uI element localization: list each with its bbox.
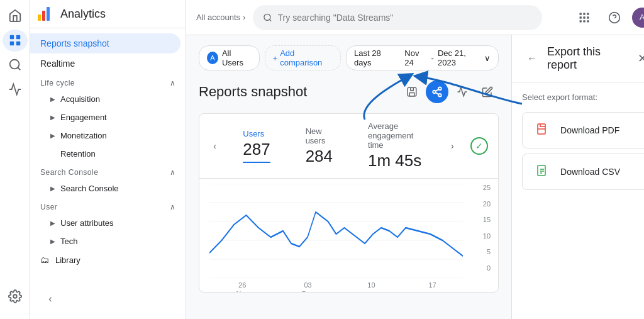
svg-rect-19 <box>409 93 414 96</box>
chevron-right-icon: › <box>243 13 245 22</box>
pdf-icon <box>533 120 553 140</box>
sidebar-item-realtime[interactable]: Realtime <box>30 53 180 74</box>
export-back-button[interactable]: ← <box>522 48 542 69</box>
x-axis-labels: 26Nov 03Dec 10 17 <box>209 278 463 293</box>
svg-point-20 <box>438 87 441 91</box>
metric-engagement[interactable]: Average engagement time 1m 45s <box>368 121 427 171</box>
svg-rect-1 <box>16 35 19 39</box>
sidebar-section-search-console[interactable]: Search Console ∧ <box>30 163 186 179</box>
sidebar-item-library[interactable]: 🗂 Library <box>30 250 186 269</box>
search-input[interactable] <box>278 13 533 23</box>
sidebar-header: Analytics <box>30 0 186 28</box>
y-axis-labels: 25 20 15 10 5 0 <box>483 184 491 272</box>
metrics-header: ‹ Users 287 New users 284 Average engage… <box>199 114 498 179</box>
top-bar: All accounts › A <box>186 0 644 35</box>
reports-icon[interactable] <box>3 30 28 52</box>
sidebar-item-search-console[interactable]: ▶ Search Console <box>30 179 186 198</box>
svg-rect-10 <box>580 16 582 18</box>
help-icon[interactable] <box>602 5 627 30</box>
svg-rect-14 <box>583 20 585 22</box>
icon-strip <box>0 0 30 319</box>
svg-rect-13 <box>580 20 582 22</box>
report-title-row: Reports snapshot <box>199 81 499 103</box>
home-icon[interactable] <box>3 5 28 27</box>
sidebar-bottom: ‹ <box>30 284 186 319</box>
svg-point-4 <box>9 60 19 69</box>
sidebar-item-reports-snapshot[interactable]: Reports snapshot <box>30 33 180 53</box>
svg-rect-32 <box>538 165 545 176</box>
svg-point-6 <box>264 14 270 20</box>
download-csv-button[interactable]: Download CSV <box>522 154 644 190</box>
chevron-down-icon: ∨ <box>484 53 491 63</box>
sidebar-item-acquisition[interactable]: ▶ Acquisition <box>30 90 186 108</box>
svg-rect-15 <box>587 20 589 22</box>
insights-button[interactable] <box>451 81 474 103</box>
export-subtitle: Select export format: <box>522 92 644 102</box>
arrow-icon: ▶ <box>50 132 55 139</box>
prev-metric-button[interactable]: ‹ <box>209 137 220 155</box>
collapse-sidebar-button[interactable]: ‹ <box>40 289 60 309</box>
sidebar-item-tech[interactable]: ▶ Tech <box>30 232 186 250</box>
save-customization-button[interactable] <box>401 81 423 103</box>
chevron-up-icon: ∧ <box>170 203 176 211</box>
svg-rect-3 <box>16 42 19 45</box>
x-label-03dec: 03Dec <box>302 281 314 293</box>
svg-rect-8 <box>583 13 585 14</box>
search-bar[interactable] <box>253 5 542 30</box>
svg-rect-2 <box>9 42 13 45</box>
sidebar-item-retention[interactable]: Retention <box>30 145 186 163</box>
top-icons: A <box>572 5 644 30</box>
metric-new-users[interactable]: New users 284 <box>306 126 333 166</box>
next-metric-button[interactable]: › <box>447 137 458 155</box>
export-close-button[interactable]: ✕ <box>632 48 644 69</box>
all-accounts-link[interactable]: All accounts › <box>196 13 245 22</box>
chevron-up-icon: ∧ <box>170 79 176 87</box>
apps-icon[interactable] <box>572 5 597 30</box>
export-body: Select export format: Download PDF Downl… <box>512 82 644 205</box>
checkmark-icon: ✓ <box>470 137 488 155</box>
explore-icon[interactable] <box>3 54 28 76</box>
all-users-chip[interactable]: A All Users <box>199 45 260 70</box>
sidebar-section-lifecycle[interactable]: Life cycle ∧ <box>30 74 186 90</box>
new-users-value: 284 <box>306 147 333 166</box>
arrow-icon: ▶ <box>50 238 55 245</box>
search-icon <box>263 13 272 23</box>
svg-line-23 <box>436 92 439 94</box>
avatar[interactable]: A <box>632 8 644 28</box>
users-value: 287 <box>243 140 270 159</box>
download-pdf-button[interactable]: Download PDF <box>522 112 644 148</box>
svg-rect-0 <box>9 35 13 39</box>
svg-line-24 <box>436 89 439 91</box>
app-title: Analytics <box>60 8 106 21</box>
svg-rect-12 <box>587 16 589 18</box>
sidebar-item-monetization[interactable]: ▶ Monetization <box>30 126 186 145</box>
advertising-icon[interactable] <box>3 78 28 100</box>
share-button[interactable] <box>426 81 448 103</box>
report-title: Reports snapshot <box>199 84 307 100</box>
date-range-filter[interactable]: Last 28 days Nov 24 - Dec 21, 2023 ∨ <box>346 45 499 70</box>
download-pdf-label: Download PDF <box>560 125 619 135</box>
edit-button[interactable] <box>476 81 499 103</box>
sidebar-item-engagement[interactable]: ▶ Engagement <box>30 108 186 126</box>
settings-icon[interactable] <box>3 284 28 309</box>
add-comparison-button[interactable]: + Add comparison <box>265 45 341 70</box>
library-icon: 🗂 <box>40 255 49 265</box>
metric-users[interactable]: Users 287 <box>243 129 270 163</box>
sidebar-section-user[interactable]: User ∧ <box>30 198 186 214</box>
analytics-logo <box>38 5 55 23</box>
arrow-icon: ▶ <box>50 185 55 192</box>
plus-icon: + <box>273 53 278 63</box>
report-toolbar <box>401 81 499 103</box>
main-content: All accounts › A A All Users <box>186 0 644 319</box>
sidebar: Analytics Reports snapshot Realtime Life… <box>30 0 186 319</box>
arrow-icon: ▶ <box>50 114 55 121</box>
download-csv-label: Download CSV <box>560 167 620 177</box>
export-panel: ← Export this report ✕ Select export for… <box>511 35 644 319</box>
engagement-label: Average engagement time <box>368 121 427 150</box>
sidebar-item-user-attributes[interactable]: ▶ User attributes <box>30 214 186 232</box>
users-label: Users <box>243 129 270 138</box>
chart-area: 25 20 15 10 5 0 <box>199 179 498 292</box>
csv-icon <box>533 162 553 182</box>
sidebar-nav: Reports snapshot Realtime Life cycle ∧ ▶… <box>30 28 186 284</box>
metrics-card: ‹ Users 287 New users 284 Average engage… <box>199 113 499 293</box>
